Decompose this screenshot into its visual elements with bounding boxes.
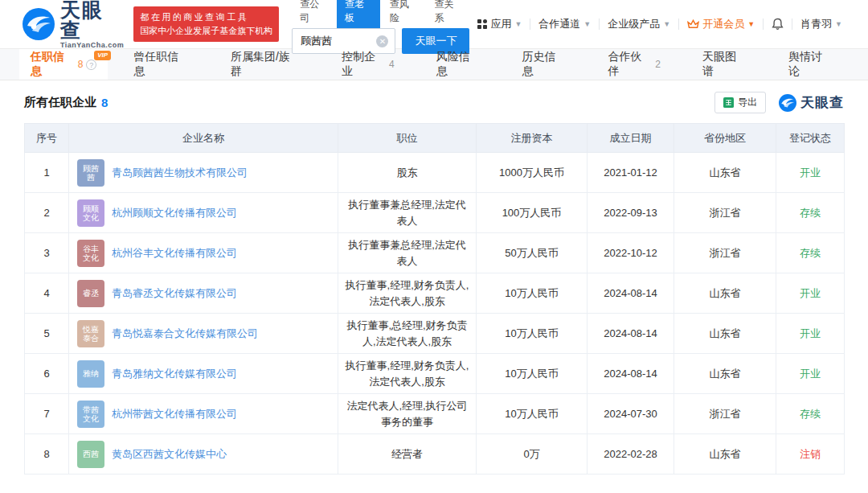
main-content: 所有任职企业 8 导出 天眼查 序号 企业名称 [0, 80, 868, 475]
position-cell: 执行董事,总经理,财务负责人,法定代表人,股东 [338, 314, 477, 354]
search-tab-company[interactable]: 查公司 [292, 0, 335, 28]
tianyancha-logo-icon [23, 8, 55, 40]
col-position: 职位 [338, 124, 477, 153]
nav-vip-upgrade[interactable]: 开通会员▼ [679, 17, 763, 31]
search-tab-boss[interactable]: 查老板 [337, 0, 380, 28]
excel-icon [723, 97, 734, 108]
promo-banner-line2: 国家中小企业发展子基金旗下机构 [140, 24, 272, 38]
search-tabs: 查公司 查老板 查风险 查关系 [292, 0, 469, 28]
date-cell: 2021-01-12 [588, 153, 674, 193]
table-row: 4 睿丞 青岛睿丞文化传媒有限公司 执行董事,经理,财务负责人,法定代表人,股东… [25, 273, 845, 314]
row-index: 5 [25, 314, 69, 354]
company-link[interactable]: 杭州顾顺文化传播有限公司 [112, 205, 237, 221]
capital-cell: 10万人民币 [477, 314, 588, 354]
vip-badge: VIP [94, 51, 111, 60]
company-logo-badge: 谷丰文化 [77, 240, 104, 267]
company-link[interactable]: 青岛顾茜茜生物技术有限公司 [112, 165, 248, 181]
row-index: 6 [25, 354, 69, 394]
province-cell: 山东省 [674, 314, 776, 354]
position-cell: 执行董事兼总经理,法定代表人 [338, 193, 477, 233]
tab-group[interactable]: 所属集团/族群 [215, 49, 316, 80]
status-badge: 存续 [776, 193, 845, 233]
row-index: 1 [25, 153, 69, 193]
watermark-logo: 天眼查 [779, 93, 844, 112]
position-cell: 执行董事,经理,财务负责人,法定代表人,股东 [338, 354, 477, 394]
capital-cell: 0万 [477, 434, 588, 475]
top-nav: 应用▼ 合作通道▼ 企业级产品▼ 开通会员▼ 肖青羽▼ [469, 17, 850, 31]
export-button[interactable]: 导出 [714, 92, 766, 113]
position-cell: 执行董事兼总经理,法定代表人 [338, 233, 477, 273]
province-cell: 山东省 [674, 354, 776, 394]
table-row: 6 雅纳 青岛雅纳文化传媒有限公司 执行董事,经理,财务负责人,法定代表人,股东… [25, 354, 845, 394]
watermark-text: 天眼查 [800, 93, 844, 112]
apps-grid-icon [477, 19, 487, 29]
clear-search-icon[interactable]: ✕ [376, 35, 388, 47]
tab-sentiment[interactable]: 舆情讨论 [772, 49, 849, 80]
capital-cell: 100万人民币 [477, 193, 588, 233]
capital-cell: 50万人民币 [477, 233, 588, 273]
row-index: 2 [25, 193, 69, 233]
province-cell: 浙江省 [674, 193, 776, 233]
user-menu[interactable]: 肖青羽▼ [792, 17, 850, 31]
nav-channel[interactable]: 合作通道▼ [530, 17, 599, 31]
username: 肖青羽 [800, 17, 832, 31]
table-header-row: 序号 企业名称 职位 注册资本 成立日期 省份地区 登记状态 [25, 124, 845, 153]
date-cell: 2022-02-28 [588, 434, 674, 475]
crown-icon [687, 19, 699, 29]
company-logo-badge: 西茜 [77, 441, 104, 468]
chevron-down-icon: ▼ [663, 20, 670, 28]
search-tab-risk[interactable]: 查风险 [382, 0, 425, 28]
province-cell: 山东省 [674, 434, 776, 475]
tab-risk[interactable]: 风险信息 [420, 49, 497, 80]
help-icon[interactable]: ? [86, 60, 96, 70]
notification-bell[interactable] [764, 18, 792, 31]
status-badge: 开业 [776, 354, 845, 394]
row-index: 4 [25, 273, 69, 314]
nav-apps[interactable]: 应用▼ [469, 17, 530, 31]
tab-past-positions[interactable]: 曾任职信息 [117, 49, 205, 80]
section-title: 所有任职企业 [24, 95, 96, 110]
row-index: 3 [25, 233, 69, 273]
position-cell: 股东 [338, 153, 477, 193]
table-row: 1 顾茜茜 青岛顾茜茜生物技术有限公司 股东 1000万人民币 2021-01-… [25, 153, 845, 193]
search-area: 查公司 查老板 查风险 查关系 ✕ 天眼一下 [292, 0, 469, 54]
capital-cell: 10万人民币 [477, 354, 588, 394]
company-link[interactable]: 青岛雅纳文化传媒有限公司 [112, 366, 237, 382]
tab-partners[interactable]: 合作伙伴2 [592, 49, 677, 80]
logo-subtitle: TianYanCha.com [60, 42, 124, 49]
company-link[interactable]: 青岛睿丞文化传媒有限公司 [112, 286, 237, 302]
chevron-down-icon: ▼ [747, 20, 755, 28]
tab-controlled-companies[interactable]: 控制企业4 [326, 49, 410, 80]
promo-banner: 都在用的商业查询工具 国家中小企业发展子基金旗下机构 [133, 6, 279, 42]
company-logo-badge: 睿丞 [77, 280, 104, 307]
date-cell: 2024-07-30 [588, 394, 674, 434]
table-row: 3 谷丰文化 杭州谷丰文化传播有限公司 执行董事兼总经理,法定代表人 50万人民… [25, 233, 845, 273]
company-link[interactable]: 杭州谷丰文化传播有限公司 [112, 245, 237, 261]
section-count: 8 [101, 96, 108, 109]
tianyancha-logo[interactable]: 天眼查 TianYanCha.com [23, 0, 124, 49]
company-logo-badge: 顾茜茜 [77, 159, 104, 187]
capital-cell: 1000万人民币 [477, 153, 588, 193]
capital-cell: 10万人民币 [477, 394, 588, 434]
col-capital: 注册资本 [477, 124, 588, 153]
tab-positions[interactable]: 任职信息8 ? VIP [19, 49, 108, 80]
company-link[interactable]: 杭州带茜文化传播有限公司 [112, 406, 237, 422]
row-index: 8 [25, 434, 69, 475]
search-tab-relation[interactable]: 查关系 [427, 0, 470, 28]
status-badge: 开业 [776, 314, 845, 354]
company-link[interactable]: 青岛悦嘉泰合文化传媒有限公司 [112, 326, 258, 342]
company-link[interactable]: 黄岛区西茜文化传媒中心 [112, 446, 227, 462]
tab-history[interactable]: 历史信息 [506, 49, 583, 80]
col-date: 成立日期 [588, 124, 674, 153]
col-province: 省份地区 [674, 124, 776, 153]
table-row: 7 带茜文化 杭州带茜文化传播有限公司 法定代表人,经理,执行公司事务的董事 1… [25, 394, 845, 434]
date-cell: 2022-09-13 [588, 193, 674, 233]
row-index: 7 [25, 394, 69, 434]
province-cell: 浙江省 [674, 233, 776, 273]
positions-table: 序号 企业名称 职位 注册资本 成立日期 省份地区 登记状态 1 顾茜茜 青岛顾… [24, 123, 845, 475]
company-logo-badge: 雅纳 [77, 360, 104, 388]
nav-enterprise[interactable]: 企业级产品▼ [600, 17, 678, 31]
watermark-logo-icon [779, 94, 796, 112]
tab-graph[interactable]: 天眼图谱 [686, 49, 763, 80]
top-header: 天眼查 TianYanCha.com 都在用的商业查询工具 国家中小企业发展子基… [0, 0, 868, 48]
